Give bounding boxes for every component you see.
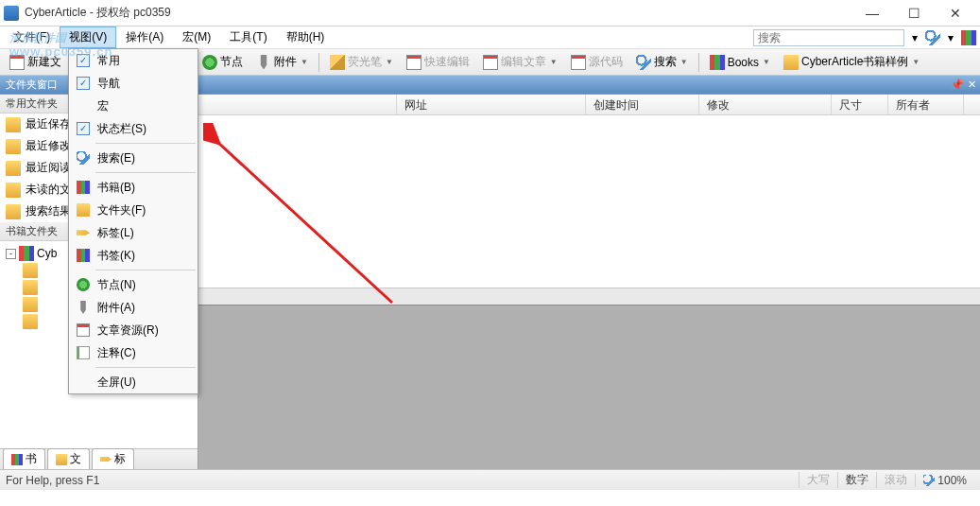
books-icon: [19, 246, 34, 261]
status-bar: For Help, press F1 大写 数字 滚动 100%: [0, 469, 980, 490]
maximize-button[interactable]: ☐: [893, 1, 935, 26]
folder-icon: [23, 314, 38, 329]
close-button[interactable]: ✕: [935, 1, 976, 26]
books-icon: [11, 454, 23, 465]
col-url[interactable]: 网址: [397, 95, 586, 114]
source-code-button[interactable]: 源代码: [565, 51, 628, 73]
folder-icon: [6, 139, 21, 154]
folder-icon: [6, 204, 21, 219]
search-icon[interactable]: [925, 30, 940, 45]
menu-item-12[interactable]: 注释(C): [69, 341, 198, 364]
edit-icon: [406, 55, 421, 70]
article-icon: [483, 55, 498, 70]
folder-icon: [6, 117, 21, 132]
folder-icon: [56, 454, 67, 465]
expand-icon[interactable]: -: [6, 249, 16, 259]
col-name[interactable]: [198, 95, 397, 114]
search-dropdown-icon[interactable]: ▾: [907, 30, 922, 45]
col-owner[interactable]: 所有者: [888, 95, 964, 114]
edit-article-button[interactable]: 编辑文章▼: [477, 51, 563, 73]
title-bar: CyberArticle - 授权给 pc0359 — ☐ ✕: [0, 0, 980, 26]
minimize-button[interactable]: —: [851, 1, 893, 26]
quick-edit-button[interactable]: 快速编辑: [401, 51, 475, 73]
books-icon: [77, 249, 90, 262]
window-title: CyberArticle - 授权给 pc0359: [25, 5, 851, 21]
menu-item-5[interactable]: 书籍(B): [69, 176, 198, 199]
col-size[interactable]: 尺寸: [832, 95, 888, 114]
pen-icon: [330, 55, 345, 70]
status-scroll: 滚动: [876, 472, 915, 488]
highlighter-button[interactable]: 荧光笔▼: [324, 51, 399, 73]
menu-tools[interactable]: 工具(T): [220, 26, 276, 48]
list-columns: 网址 创建时间 修改 尺寸 所有者: [198, 95, 980, 115]
folder-icon: [23, 263, 38, 278]
node-icon: [202, 55, 217, 70]
books-icon: [77, 181, 90, 194]
code-icon: [571, 55, 586, 70]
folder-icon: [23, 297, 38, 312]
panel-close-icon[interactable]: ✕: [968, 79, 976, 91]
attachment-button[interactable]: 附件▼: [250, 51, 314, 73]
doc-icon: [77, 323, 90, 337]
menu-file[interactable]: 文件(F): [4, 26, 60, 48]
menu-item-6[interactable]: 文件夹(F): [69, 199, 198, 221]
doc-icon: [9, 55, 25, 70]
label-icon: [77, 226, 90, 239]
tab-labels[interactable]: 标: [92, 448, 134, 469]
left-bottom-tabs: 书 文 标: [0, 448, 198, 469]
books-button[interactable]: Books▼: [704, 52, 776, 73]
folder-icon: [6, 161, 21, 176]
folder-icon: [77, 203, 90, 217]
status-caps: 大写: [799, 472, 837, 488]
menu-help[interactable]: 帮助(H): [277, 26, 335, 48]
pin-icon[interactable]: 📌: [951, 79, 964, 91]
folder-icon: [23, 280, 38, 295]
status-num: 数字: [837, 472, 876, 488]
attach-icon: [256, 55, 271, 70]
menubar-search-input[interactable]: [753, 29, 904, 46]
search-icon: [636, 55, 651, 70]
label-icon: [100, 454, 112, 465]
note-icon: [77, 346, 90, 359]
menu-item-7[interactable]: 标签(L): [69, 221, 198, 244]
view-menu-dropdown: ✓常用✓导航宏✓状态栏(S)搜索(E)书籍(B)文件夹(F)标签(L)书签(K)…: [68, 48, 198, 394]
menu-item-0[interactable]: ✓常用: [69, 49, 198, 72]
folder-icon: [783, 55, 799, 70]
menu-operate[interactable]: 操作(A): [116, 26, 173, 48]
menu-item-1[interactable]: ✓导航: [69, 72, 198, 95]
menu-view[interactable]: 视图(V): [60, 26, 116, 48]
tab-books[interactable]: 书: [3, 448, 45, 469]
menu-item-8[interactable]: 书签(K): [69, 244, 198, 267]
status-help: For Help, press F1: [6, 474, 99, 487]
list-title-bar: 📌 ✕: [198, 76, 980, 95]
col-modified[interactable]: 修改: [699, 95, 832, 114]
folder-icon: [6, 183, 21, 198]
attach-icon: [77, 301, 90, 314]
menu-item-4[interactable]: 搜索(E): [69, 147, 198, 169]
menu-macro[interactable]: 宏(M): [173, 26, 220, 48]
menu-item-13[interactable]: 全屏(U): [69, 371, 198, 393]
book-example-button[interactable]: CyberArticle书籍样例▼: [778, 51, 925, 73]
col-created[interactable]: 创建时间: [586, 95, 699, 114]
node-icon: [77, 278, 90, 291]
books-icon: [710, 55, 725, 70]
search-arrow-icon[interactable]: ▾: [943, 30, 958, 45]
menu-item-10[interactable]: 附件(A): [69, 296, 198, 319]
preview-pane: [198, 305, 980, 469]
tab-folders[interactable]: 文: [47, 448, 90, 469]
menu-item-11[interactable]: 文章资源(R): [69, 319, 198, 341]
search-button[interactable]: 搜索▼: [630, 51, 694, 73]
search-icon: [77, 151, 90, 165]
library-icon[interactable]: [961, 30, 976, 45]
right-panel: 📌 ✕ 网址 创建时间 修改 尺寸 所有者: [198, 76, 980, 469]
menu-bar: 文件(F) 视图(V) 操作(A) 宏(M) 工具(T) 帮助(H) ▾ ▾: [0, 26, 980, 49]
status-zoom[interactable]: 100%: [915, 474, 974, 487]
horizontal-scrollbar[interactable]: [198, 288, 980, 305]
new-file-button[interactable]: 新建文: [4, 51, 67, 73]
list-body[interactable]: [198, 115, 980, 288]
app-icon: [4, 6, 19, 21]
menu-item-2[interactable]: 宏: [69, 95, 198, 117]
node-button[interactable]: 节点: [197, 51, 249, 73]
menu-item-9[interactable]: 节点(N): [69, 273, 198, 296]
menu-item-3[interactable]: ✓状态栏(S): [69, 117, 198, 140]
